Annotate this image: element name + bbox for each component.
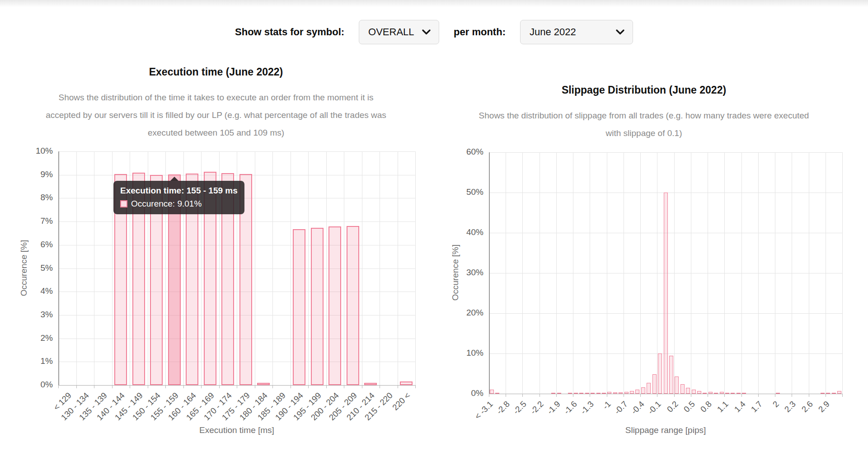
histogram-bar[interactable]	[697, 391, 701, 394]
histogram-bar[interactable]	[664, 193, 668, 394]
axis-tick-mark	[556, 394, 557, 397]
histogram-bar[interactable]	[641, 387, 645, 394]
gridline-horizontal	[489, 394, 842, 394]
gridline-vertical	[842, 152, 843, 394]
axis-tick-mark	[489, 394, 489, 397]
histogram-bar[interactable]	[591, 393, 595, 394]
axis-tick-mark	[607, 394, 607, 397]
histogram-bar[interactable]	[714, 393, 718, 394]
histogram-bar[interactable]	[613, 392, 617, 394]
gridline-horizontal	[489, 152, 842, 153]
histogram-bar[interactable]	[826, 393, 830, 394]
histogram-bar[interactable]	[708, 392, 713, 394]
histogram-bar[interactable]	[731, 393, 735, 394]
gridline-vertical	[607, 152, 607, 394]
axis-tick-mark	[674, 394, 675, 397]
histogram-bar[interactable]	[630, 391, 634, 394]
slippage-plot-area: 0%10%20%30%40%50%60%< -3.1-2.8-2.5-2.2-1…	[0, 0, 868, 452]
tooltip-value-label: Occurence: 9.01%	[131, 199, 202, 209]
axis-tick-mark	[842, 394, 843, 397]
histogram-bar[interactable]	[680, 384, 685, 394]
axis-tick-mark	[640, 394, 641, 397]
histogram-bar[interactable]	[490, 390, 494, 394]
y-tick-label: 60%	[452, 147, 483, 157]
histogram-bar[interactable]	[557, 393, 561, 394]
gridline-vertical	[741, 152, 742, 394]
axis-tick-mark	[522, 394, 523, 397]
gridline-vertical	[691, 152, 691, 394]
gridline-vertical	[522, 152, 523, 394]
histogram-bar[interactable]	[837, 391, 841, 394]
axis-tick-mark	[573, 394, 573, 397]
y-tick-label: 40%	[452, 227, 483, 237]
gridline-vertical	[590, 152, 590, 394]
gridline-vertical	[792, 152, 792, 394]
axis-tick-mark	[691, 394, 691, 397]
histogram-bar[interactable]	[720, 392, 724, 394]
gridline-vertical	[640, 152, 641, 394]
gridline-vertical	[708, 152, 708, 394]
axis-tick-mark	[590, 394, 590, 397]
axis-tick-mark	[657, 394, 657, 397]
gridline-vertical	[506, 152, 506, 394]
histogram-bar[interactable]	[703, 393, 707, 394]
histogram-bar[interactable]	[675, 377, 679, 394]
histogram-bar[interactable]	[602, 393, 606, 394]
axis-tick-mark	[708, 394, 708, 397]
histogram-bar[interactable]	[551, 393, 555, 394]
histogram-bar[interactable]	[585, 393, 589, 394]
histogram-bar[interactable]	[658, 353, 662, 394]
histogram-bar[interactable]	[692, 390, 696, 394]
gridline-vertical	[724, 152, 725, 394]
axis-tick-mark	[724, 394, 725, 397]
gridline-vertical	[573, 152, 573, 394]
histogram-bar[interactable]	[579, 393, 583, 394]
y-axis-line	[489, 152, 490, 394]
histogram-bar[interactable]	[619, 392, 623, 394]
histogram-bar[interactable]	[647, 383, 651, 394]
histogram-bar[interactable]	[821, 393, 825, 394]
gridline-vertical	[624, 152, 624, 394]
y-tick-label: 10%	[452, 348, 483, 358]
y-tick-label: 20%	[452, 308, 483, 318]
histogram-bar[interactable]	[742, 393, 746, 394]
axis-tick-mark	[741, 394, 742, 397]
histogram-bar[interactable]	[725, 393, 729, 394]
gridline-vertical	[540, 152, 540, 394]
histogram-bar[interactable]	[607, 392, 611, 394]
axis-tick-mark	[540, 394, 540, 397]
gridline-vertical	[826, 152, 826, 394]
y-tick-label: 0%	[452, 388, 483, 398]
histogram-bar[interactable]	[495, 393, 499, 394]
y-tick-label: 30%	[452, 268, 483, 278]
axis-tick-mark	[826, 394, 826, 397]
gridline-vertical	[809, 152, 809, 394]
tooltip-caret	[170, 177, 178, 181]
histogram-bar[interactable]	[669, 356, 673, 394]
histogram-bar[interactable]	[574, 393, 578, 394]
histogram-bar[interactable]	[652, 374, 657, 394]
histogram-bar[interactable]	[624, 392, 629, 394]
gridline-vertical	[556, 152, 557, 394]
histogram-bar[interactable]	[832, 393, 836, 394]
axis-tick-mark	[775, 394, 775, 397]
axis-tick-mark	[792, 394, 792, 397]
axis-tick-mark	[506, 394, 506, 397]
tooltip-title: Execution time: 155 - 159 ms	[120, 186, 238, 196]
gridline-vertical	[775, 152, 775, 394]
axis-tick-mark	[809, 394, 809, 397]
page: Show stats for symbol: OVERALL per month…	[0, 0, 868, 452]
histogram-bar[interactable]	[686, 388, 690, 394]
tooltip-value-row: Occurence: 9.01%	[120, 199, 238, 209]
gridline-vertical	[758, 152, 759, 394]
histogram-bar[interactable]	[635, 390, 639, 394]
bar-tooltip: Execution time: 155 - 159 ms Occurence: …	[113, 181, 244, 214]
axis-tick-mark	[624, 394, 624, 397]
gridline-vertical	[674, 152, 675, 394]
histogram-bar[interactable]	[737, 393, 741, 394]
tooltip-series-swatch	[120, 200, 127, 207]
histogram-bar[interactable]	[776, 393, 780, 394]
histogram-bar[interactable]	[568, 393, 572, 394]
histogram-bar[interactable]	[596, 393, 601, 394]
axis-tick-mark	[758, 394, 759, 397]
